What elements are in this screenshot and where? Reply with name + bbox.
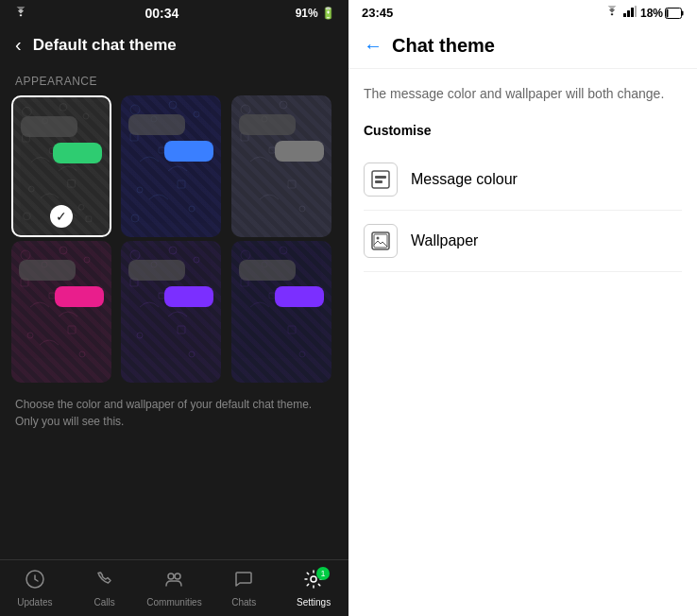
svg-point-12 [130, 105, 140, 114]
wallpaper-option[interactable]: Wallpaper [364, 211, 682, 272]
svg-rect-8 [68, 180, 76, 187]
svg-point-0 [23, 107, 32, 116]
right-status-icons: 18% [604, 6, 684, 20]
svg-rect-68 [682, 10, 684, 15]
nav-item-communities[interactable]: Communities [140, 565, 210, 611]
appearance-label: APPEARANCE [0, 67, 348, 95]
svg-rect-20 [178, 180, 185, 188]
svg-point-25 [280, 101, 287, 109]
message-colour-option[interactable]: Message colour [364, 149, 682, 211]
svg-point-60 [168, 573, 174, 579]
svg-rect-72 [375, 180, 382, 183]
svg-rect-49 [178, 326, 185, 334]
svg-point-58 [299, 351, 305, 357]
wifi-icon [13, 7, 28, 21]
svg-rect-71 [375, 176, 386, 179]
svg-point-21 [189, 206, 195, 212]
left-status-icons-left [13, 7, 28, 21]
right-description: The message color and wallpaper will bot… [364, 84, 682, 104]
communities-icon [163, 569, 184, 595]
svg-point-30 [299, 206, 305, 212]
svg-rect-74 [374, 234, 387, 248]
nav-item-calls[interactable]: Calls [70, 565, 140, 611]
theme-item-gray[interactable] [231, 95, 332, 237]
theme-item-dark-default[interactable]: ✓ [11, 95, 111, 237]
svg-point-19 [137, 187, 143, 193]
message-colour-label: Message colour [411, 171, 518, 188]
right-page-title: Chat theme [392, 35, 495, 57]
right-back-button[interactable]: ← [364, 35, 382, 57]
chats-icon [233, 569, 254, 595]
bottom-navigation: Updates Calls Communities [0, 559, 348, 616]
svg-point-22 [131, 214, 139, 222]
right-time: 23:45 [362, 6, 393, 20]
svg-point-9 [78, 204, 84, 210]
left-header: ‹ Default chat theme [0, 26, 348, 67]
svg-point-51 [241, 250, 250, 260]
right-header: ← Chat theme [348, 26, 697, 69]
nav-item-settings[interactable]: 1 Settings [279, 565, 348, 611]
settings-icon: 1 [303, 569, 324, 595]
svg-point-33 [60, 247, 67, 254]
svg-point-41 [130, 250, 140, 260]
svg-rect-63 [623, 13, 626, 17]
svg-rect-65 [631, 8, 634, 17]
right-signal-icon [623, 6, 637, 20]
svg-point-23 [241, 105, 250, 114]
nav-item-chats[interactable]: Chats [209, 565, 279, 611]
nav-item-updates[interactable]: Updates [0, 565, 70, 611]
svg-rect-69 [667, 9, 669, 17]
message-colour-icon [364, 163, 398, 197]
theme-item-blue[interactable] [121, 95, 221, 237]
svg-point-10 [24, 213, 31, 220]
updates-label: Updates [17, 597, 52, 607]
svg-point-40 [79, 351, 85, 357]
svg-rect-70 [372, 171, 389, 188]
svg-rect-66 [635, 6, 637, 17]
svg-point-43 [169, 247, 177, 254]
left-status-bar: 00:34 91% 🔋 [0, 0, 348, 26]
right-battery: 18% [640, 7, 684, 20]
communities-label: Communities [146, 597, 201, 607]
theme-selected-check: ✓ [50, 205, 73, 228]
svg-point-75 [377, 237, 380, 240]
right-status-bar: 23:45 18% [348, 0, 697, 26]
calls-label: Calls [94, 597, 115, 607]
svg-rect-39 [68, 326, 76, 334]
svg-rect-11 [86, 216, 92, 222]
right-wifi-icon [604, 6, 620, 20]
battery-icon: 91% 🔋 [296, 7, 335, 20]
theme-grid: ✓ [0, 95, 348, 383]
svg-point-7 [28, 186, 34, 192]
back-button[interactable]: ‹ [15, 34, 22, 56]
svg-rect-73 [372, 232, 389, 249]
svg-point-31 [21, 250, 30, 260]
theme-item-purple2[interactable] [231, 241, 332, 383]
wallpaper-label: Wallpaper [411, 232, 478, 249]
left-battery-icons: 91% 🔋 [296, 7, 335, 20]
settings-badge: 1 [316, 567, 330, 580]
svg-point-48 [137, 333, 143, 338]
theme-description: Choose the color and wallpaper of your d… [0, 383, 348, 443]
svg-rect-64 [627, 10, 630, 17]
svg-point-50 [189, 351, 195, 357]
svg-point-2 [60, 104, 67, 111]
svg-point-62 [311, 576, 316, 582]
updates-icon [25, 569, 45, 595]
calls-icon [94, 569, 115, 595]
right-panel: 23:45 18% [348, 0, 697, 616]
svg-point-53 [280, 247, 287, 254]
svg-rect-57 [288, 326, 296, 334]
svg-point-14 [169, 101, 177, 109]
right-content: The message color and wallpaper will bot… [348, 69, 697, 616]
chats-label: Chats [231, 597, 256, 607]
theme-item-pink[interactable] [11, 241, 111, 383]
left-page-title: Default chat theme [33, 36, 177, 55]
svg-rect-29 [288, 180, 296, 188]
theme-item-purple[interactable] [121, 241, 221, 383]
svg-point-38 [27, 333, 33, 338]
settings-label: Settings [297, 597, 331, 607]
left-time: 00:34 [144, 6, 178, 21]
svg-point-61 [175, 573, 180, 579]
left-panel: 00:34 91% 🔋 ‹ Default chat theme APPEARA… [0, 0, 348, 616]
